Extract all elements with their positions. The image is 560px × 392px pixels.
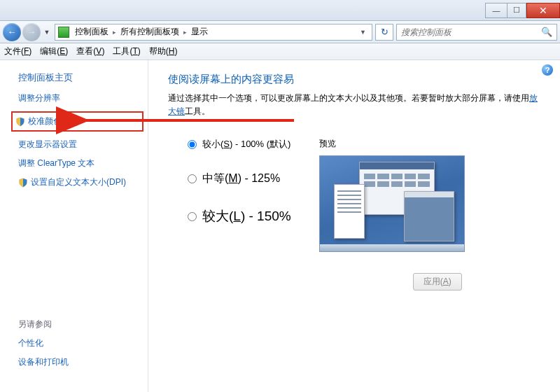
minimize-button[interactable]: — — [485, 3, 507, 18]
menu-help[interactable]: 帮助(H) — [149, 46, 178, 57]
menu-bar: 文件(F) 编辑(E) 查看(V) 工具(T) 帮助(H) — [0, 43, 560, 60]
page-description: 通过选择其中一个选项，可以更改屏幕上的文本大小以及其他项。若要暂时放大部分屏幕，… — [168, 92, 540, 118]
shield-icon — [18, 178, 28, 188]
option-smaller[interactable]: 较小(S) - 100% (默认) — [188, 138, 291, 150]
see-also-heading: 另请参阅 — [18, 318, 142, 330]
search-box[interactable]: 🔍 — [396, 24, 557, 41]
see-also-section: 另请参阅 个性化 设备和打印机 — [6, 318, 142, 386]
breadcrumb-sep-icon: ▸ — [110, 29, 119, 36]
sidebar: 控制面板主页 调整分辨率 校准颜色 更改显示器设置 调整 ClearType 文… — [0, 60, 148, 392]
main-content: ? 使阅读屏幕上的内容更容易 通过选择其中一个选项，可以更改屏幕上的文本大小以及… — [148, 60, 560, 392]
option-medium[interactable]: 中等(M) - 125% — [188, 172, 291, 186]
menu-file[interactable]: 文件(F) — [4, 46, 31, 57]
control-panel-home-link[interactable]: 控制面板主页 — [18, 71, 142, 84]
search-icon[interactable]: 🔍 — [541, 27, 552, 37]
menu-edit[interactable]: 编辑(E) — [40, 46, 68, 57]
nav-bar: ← → ▼ 控制面板 ▸ 所有控制面板项 ▸ 显示 ▼ ↻ 🔍 — [0, 21, 560, 43]
breadcrumb[interactable]: 显示 — [190, 26, 209, 38]
preview-image — [319, 155, 465, 252]
search-input[interactable] — [401, 27, 541, 37]
content-body: 控制面板主页 调整分辨率 校准颜色 更改显示器设置 调整 ClearType 文… — [0, 60, 560, 392]
address-bar[interactable]: 控制面板 ▸ 所有控制面板项 ▸ 显示 ▼ — [55, 24, 372, 41]
see-also-devices[interactable]: 设备和打印机 — [18, 356, 142, 368]
option-larger[interactable]: 较大(L) - 150% — [188, 207, 291, 225]
nav-buttons: ← → ▼ — [3, 23, 52, 41]
radio-smaller[interactable] — [188, 140, 197, 149]
help-icon[interactable]: ? — [542, 64, 553, 76]
page-title: 使阅读屏幕上的内容更容易 — [168, 73, 540, 86]
menu-view[interactable]: 查看(V) — [76, 46, 104, 57]
radio-medium[interactable] — [188, 174, 197, 183]
size-options: 较小(S) - 100% (默认) 中等(M) - 125% 较大(L) - 1… — [168, 138, 291, 290]
breadcrumb[interactable]: 控制面板 — [74, 26, 110, 38]
maximize-button[interactable]: ☐ — [507, 3, 526, 18]
breadcrumb-sep-icon: ▸ — [181, 29, 190, 36]
preview-section: 预览 应用(A) — [319, 138, 465, 290]
sidebar-link-display-settings[interactable]: 更改显示器设置 — [18, 139, 142, 150]
address-dropdown-icon[interactable]: ▼ — [357, 29, 369, 36]
forward-button[interactable]: → — [22, 23, 41, 41]
sidebar-link-calibrate-color[interactable]: 校准颜色 — [11, 111, 144, 132]
back-button[interactable]: ← — [3, 23, 21, 41]
sidebar-link-cleartype[interactable]: 调整 ClearType 文本 — [18, 158, 142, 169]
see-also-personalization[interactable]: 个性化 — [18, 337, 142, 349]
title-bar: — ☐ ✕ — [0, 0, 560, 21]
close-button[interactable]: ✕ — [526, 3, 560, 18]
apply-button[interactable]: 应用(A) — [413, 273, 462, 290]
nav-history-dropdown[interactable]: ▼ — [42, 23, 52, 41]
window-buttons: — ☐ ✕ — [486, 3, 560, 18]
control-panel-icon — [58, 27, 69, 38]
radio-larger[interactable] — [188, 212, 197, 221]
menu-tools[interactable]: 工具(T) — [113, 46, 140, 57]
sidebar-link-resolution[interactable]: 调整分辨率 — [18, 92, 142, 104]
refresh-button[interactable]: ↻ — [375, 24, 393, 41]
sidebar-link-custom-dpi[interactable]: 设置自定义文本大小(DPI) — [18, 176, 142, 188]
breadcrumb[interactable]: 所有控制面板项 — [119, 26, 181, 38]
shield-icon — [15, 117, 25, 127]
preview-label: 预览 — [319, 138, 465, 150]
